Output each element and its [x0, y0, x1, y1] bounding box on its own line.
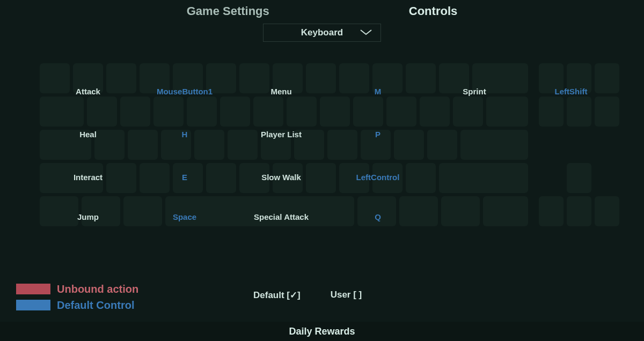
chevron-down-icon [360, 29, 372, 36]
binding-key[interactable]: LeftShift [523, 87, 619, 96]
binding-label: Jump [40, 212, 136, 221]
top-tabs: Game Settings Controls [0, 4, 644, 18]
binding-label: Sprint [426, 87, 523, 96]
binding-key[interactable]: Q [330, 212, 426, 221]
profile-user[interactable]: User [ ] [331, 290, 362, 301]
bindings-grid: Attack MouseButton1 Menu M Sprint LeftSh… [40, 63, 627, 253]
binding-key[interactable]: M [330, 87, 426, 96]
binding-key[interactable]: H [136, 130, 233, 139]
binding-key[interactable]: Space [136, 212, 233, 221]
binding-label: Heal [40, 130, 136, 139]
binding-label: Menu [233, 87, 330, 96]
binding-label: Attack [40, 87, 136, 96]
legend: Unbound action Default Control [16, 281, 138, 313]
legend-swatch-unbound [16, 284, 50, 294]
daily-rewards-label: Daily Rewards [289, 326, 355, 337]
binding-key[interactable]: LeftControl [330, 173, 426, 182]
dropdown-selected-label: Keyboard [301, 27, 343, 38]
tab-controls[interactable]: Controls [409, 4, 457, 18]
binding-label: Special Attack [233, 212, 330, 221]
bottom-bar-daily-rewards[interactable]: Daily Rewards [0, 322, 644, 341]
binding-key[interactable]: E [136, 173, 233, 182]
profile-default[interactable]: Default [✓] [253, 290, 301, 301]
binding-key[interactable]: MouseButton1 [136, 87, 233, 96]
legend-unbound-label: Unbound action [57, 281, 138, 297]
binding-label: Slow Walk [233, 173, 330, 182]
tab-game-settings[interactable]: Game Settings [187, 4, 269, 18]
profile-toggle: Default [✓] User [ ] [253, 290, 362, 301]
binding-label: Player List [233, 130, 330, 139]
input-scheme-dropdown[interactable]: Keyboard [263, 24, 381, 42]
legend-swatch-default [16, 300, 50, 310]
binding-label: Interact [40, 173, 136, 182]
legend-default-label: Default Control [57, 297, 134, 313]
binding-key[interactable]: P [330, 130, 426, 139]
